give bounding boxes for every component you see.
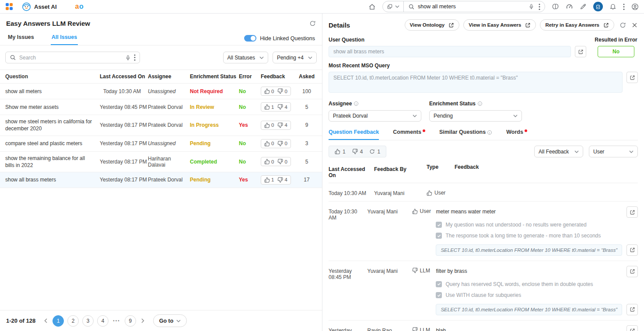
global-search-input[interactable] — [418, 3, 525, 10]
notifications-bell-icon[interactable] — [609, 3, 616, 10]
search-options-icon[interactable] — [539, 3, 540, 10]
search-options-icon[interactable] — [134, 54, 136, 61]
user-profile-icon[interactable] — [631, 3, 639, 10]
more-options-icon[interactable] — [623, 3, 625, 10]
refresh-icon[interactable] — [620, 22, 626, 28]
feedback-row: Yesterday 08:45 PMYuvaraj ManiLLMfilter … — [329, 261, 638, 321]
last-accessed-cell: Yesterday 08:45 PM — [100, 101, 144, 113]
feedback-tag-label: Query has reserved SQL words, enclose th… — [445, 281, 593, 288]
tab-all-issues[interactable]: All Issues — [51, 31, 78, 45]
feedback-button[interactable]: 14 — [261, 102, 291, 111]
user-question-label: User Question — [329, 37, 586, 43]
external-link-button[interactable] — [626, 266, 638, 277]
feedback-query-field[interactable]: SELECT 10.id, t0.meterLocation FROM Mete… — [436, 304, 622, 315]
page-button[interactable]: 1 — [52, 315, 64, 327]
col-last-accessed: Last Accessed On — [100, 70, 144, 83]
open-question-button[interactable] — [575, 46, 586, 57]
col-assignee: Assignee — [144, 70, 190, 83]
table-row[interactable]: show me steel meters in california for d… — [0, 115, 322, 136]
type-label: LLM — [420, 327, 430, 331]
feedback-button[interactable]: 14 — [261, 175, 291, 185]
hide-linked-questions-label: Hide Linked Questions — [260, 35, 315, 42]
close-icon[interactable] — [631, 22, 638, 28]
view-ontology-label: View Ontology — [410, 22, 445, 28]
external-link-button[interactable] — [626, 244, 638, 256]
last-accessed-cell: Yesterday 08:17 PM — [100, 137, 144, 150]
apps-grid-icon[interactable] — [5, 3, 13, 10]
col-question: Question — [5, 70, 100, 83]
mic-icon[interactable] — [528, 3, 534, 10]
feedback-summary-chip[interactable]: 1 4 1 — [329, 146, 386, 157]
feedback-button[interactable]: 00 — [261, 139, 291, 148]
feedback-query-field[interactable]: SELECT 10.id, t0.meterLocation FROM Mete… — [436, 244, 622, 256]
details-tabs: Question Feedback Comments Similar Quest… — [329, 129, 638, 140]
external-link-button[interactable] — [626, 304, 638, 315]
goto-page-select[interactable]: Go to — [153, 314, 187, 327]
col-error: Error — [239, 70, 261, 83]
enrichment-status-cell: In Review — [190, 101, 239, 113]
feedback-source-select[interactable]: User — [589, 146, 638, 157]
open-query-button[interactable] — [626, 72, 638, 83]
feedback-cell: filter by brassQuery has reserved SQL wo… — [436, 266, 638, 315]
mic-icon[interactable] — [125, 54, 131, 61]
type-cell: LLM — [412, 266, 436, 274]
thumb-up-icon — [264, 104, 270, 110]
tab-words[interactable]: Words — [506, 129, 527, 140]
page-button[interactable]: 9 — [125, 315, 136, 327]
pending-filter-select[interactable]: Pending +4 — [273, 52, 317, 63]
hide-linked-questions-toggle[interactable] — [244, 35, 256, 42]
retry-in-easy-answers-button[interactable]: Retry in Easy Answers — [540, 19, 614, 31]
ao-logo[interactable]: ao — [75, 3, 84, 10]
enrichment-status-select[interactable]: Pending — [429, 110, 522, 122]
feedback-button[interactable]: 04 — [261, 121, 291, 130]
search-scope-selector[interactable] — [383, 1, 404, 12]
table-row[interactable]: compare steel and plastic metersYesterda… — [0, 136, 322, 152]
questions-search-input[interactable] — [19, 55, 122, 61]
thumb-down-icon — [277, 122, 283, 128]
tab-question-feedback[interactable]: Question Feedback — [329, 129, 379, 140]
chevron-down-icon — [413, 115, 417, 117]
pen-icon[interactable] — [580, 3, 587, 10]
thumb-up-icon — [264, 177, 270, 183]
table-row[interactable]: Show me meter assetsYesterday 08:45 PMPr… — [0, 99, 322, 115]
thumb-down-icon — [277, 159, 283, 164]
tab-similar-questions[interactable]: Similar Questions — [439, 129, 492, 140]
questions-search[interactable] — [5, 52, 140, 63]
table-row[interactable]: show all brass metersYesterday 08:17 PMP… — [0, 172, 322, 188]
page-button[interactable]: 4 — [97, 315, 108, 327]
feedback-button[interactable]: 00 — [261, 157, 291, 166]
mso-query-field[interactable]: SELECT 10.id, t0.meterLocation FROM Mete… — [329, 72, 623, 93]
status-filter-select[interactable]: All Statuses — [223, 52, 268, 63]
brain-icon[interactable] — [552, 3, 559, 10]
global-search-bar[interactable] — [382, 1, 545, 12]
review-clipboard-icon[interactable] — [593, 2, 603, 11]
gauge-icon[interactable] — [566, 3, 573, 10]
home-icon[interactable] — [368, 3, 376, 10]
view-in-easy-answers-label: View in Easy Answers — [469, 22, 521, 28]
view-ontology-button[interactable]: View Ontology — [405, 19, 460, 31]
next-page-icon[interactable] — [140, 318, 146, 323]
feedback-cell: blahQuery is using Topics / Properties w… — [436, 325, 638, 331]
question-cell: show me steel meters in california for d… — [5, 115, 100, 135]
assignee-cell: Prateek Dorval — [144, 119, 190, 131]
feedback-button[interactable]: 00 — [261, 87, 291, 96]
page-button[interactable]: 2 — [67, 315, 79, 327]
page-button[interactable]: 3 — [82, 315, 94, 327]
assignee-select[interactable]: Prateek Dorval — [329, 110, 421, 122]
tab-my-issues[interactable]: My Issues — [7, 31, 35, 45]
external-link-button[interactable] — [626, 325, 638, 331]
table-row[interactable]: show all metersToday 10:30 AMUnassignedN… — [0, 84, 322, 99]
tab-comments[interactable]: Comments — [393, 129, 425, 140]
asset-ai-logo[interactable]: Asset AI — [22, 2, 57, 11]
user-question-field[interactable]: show all brass meters — [329, 46, 571, 57]
thumb-down-icon — [412, 268, 418, 273]
col-feedback-by: Feedback By — [374, 164, 427, 178]
previous-page-icon[interactable] — [42, 318, 49, 323]
resulted-in-error-value[interactable]: No — [598, 46, 634, 57]
table-row[interactable]: show the remaining balance for all bills… — [0, 152, 322, 172]
external-link-button[interactable] — [626, 206, 638, 218]
refresh-icon[interactable] — [309, 20, 316, 27]
feedback-type-select[interactable]: All Feedback — [534, 146, 583, 157]
enrichment-status-label: Enrichment Status — [429, 101, 483, 107]
view-in-easy-answers-button[interactable]: View in Easy Answers — [463, 19, 536, 31]
